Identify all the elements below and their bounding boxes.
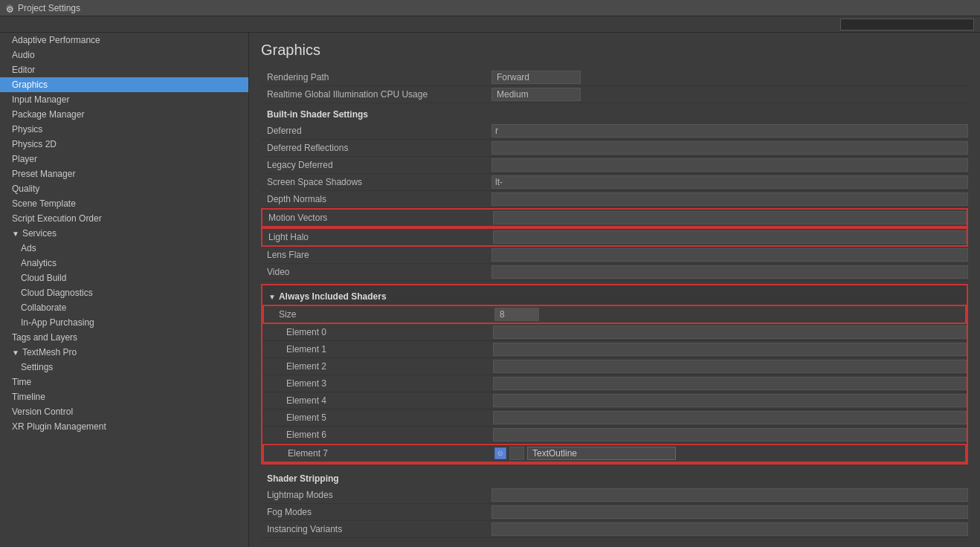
element-7-value: ⊙ TextOutline	[494, 447, 965, 460]
element-5-field[interactable]	[493, 411, 967, 424]
fog-modes-row: Fog Modes	[261, 504, 968, 521]
sidebar-item-input-manager[interactable]: Input Manager	[0, 92, 248, 107]
sidebar-item-xr-plugin-management[interactable]: XR Plugin Management	[0, 419, 248, 434]
light-halo-value[interactable]	[493, 230, 967, 244]
sidebar-item-cloud-build[interactable]: Cloud Build	[0, 271, 248, 285]
element-3-row: Element 3	[262, 375, 967, 392]
top-bar	[0, 16, 980, 33]
shader-stripping-header[interactable]: Shader Stripping	[261, 467, 968, 487]
video-label: Video	[261, 267, 491, 277]
element-2-value	[493, 360, 967, 373]
sidebar-item-services[interactable]: ▼ Services	[0, 226, 248, 241]
element-3-label: Element 3	[262, 378, 493, 389]
element-1-label: Element 1	[262, 344, 493, 355]
always-included-size-label: Size	[264, 309, 494, 320]
title-bar-title: Project Settings	[18, 3, 80, 13]
instancing-variants-label: Instancing Variants	[261, 524, 491, 534]
fog-modes-value[interactable]	[491, 505, 968, 519]
sidebar-item-preset-manager[interactable]: Preset Manager	[0, 166, 248, 181]
always-included-size-value[interactable]: 8	[494, 308, 539, 321]
element-7-label: Element 7	[264, 448, 494, 459]
element-7-text[interactable]: TextOutline	[527, 447, 676, 460]
shader-loading-header[interactable]: Shader Loading	[261, 541, 968, 547]
legacy-deferred-label: Legacy Deferred	[261, 160, 491, 170]
sidebar-item-settings[interactable]: Settings	[0, 360, 248, 375]
sidebar-item-ads[interactable]: Ads	[0, 241, 248, 256]
element-4-label: Element 4	[262, 395, 493, 406]
deferred-reflections-label: Deferred Reflections	[261, 143, 491, 153]
sidebar-item-adaptive[interactable]: Adaptive Performance	[0, 33, 248, 48]
sidebar-item-collaborate[interactable]: Collaborate	[0, 300, 248, 315]
element-2-row: Element 2	[262, 358, 967, 375]
builtin-shaders-header[interactable]: Built-in Shader Settings	[261, 103, 968, 123]
element-2-field[interactable]	[493, 360, 967, 373]
sidebar-item-in-app-purchasing[interactable]: In-App Purchasing	[0, 315, 248, 330]
sidebar-item-cloud-diagnostics[interactable]: Cloud Diagnostics	[0, 285, 248, 300]
always-included-triangle: ▼	[268, 293, 276, 301]
motion-vectors-value[interactable]	[493, 211, 967, 224]
lens-flare-label: Lens Flare	[261, 250, 491, 260]
motion-vectors-label: Motion Vectors	[262, 213, 493, 223]
sidebar-item-scene-template[interactable]: Scene Template	[0, 196, 248, 211]
sidebar-item-time[interactable]: Time	[0, 375, 248, 389]
depth-normals-value[interactable]	[491, 192, 968, 206]
light-halo-row: Light Halo	[261, 227, 968, 247]
element-5-label: Element 5	[262, 412, 493, 423]
element-0-row: Element 0	[262, 324, 967, 341]
sidebar-item-version-control[interactable]: Version Control	[0, 404, 248, 419]
element-7-row: Element 7 ⊙ TextOutline	[262, 444, 967, 463]
sidebar-item-textmesh-pro[interactable]: ▼ TextMesh Pro	[0, 345, 248, 360]
deferred-reflections-value[interactable]	[491, 141, 968, 155]
search-input[interactable]	[840, 19, 974, 30]
element-6-row: Element 6	[262, 427, 967, 444]
legacy-deferred-row: Legacy Deferred	[261, 157, 968, 174]
depth-normals-row: Depth Normals	[261, 191, 968, 208]
realtime-gi-value[interactable]: Medium	[491, 88, 581, 101]
sidebar-item-player[interactable]: Player	[0, 152, 248, 166]
deferred-value[interactable]: r	[491, 124, 968, 137]
element-1-field[interactable]	[493, 343, 967, 356]
lightmap-modes-value[interactable]	[491, 488, 968, 502]
lightmap-modes-label: Lightmap Modes	[261, 490, 491, 500]
element-6-field[interactable]	[493, 428, 967, 441]
lens-flare-value[interactable]	[491, 248, 968, 262]
always-included-size-row: Size 8	[262, 305, 967, 324]
sidebar-item-editor[interactable]: Editor	[0, 62, 248, 77]
screen-space-shadows-value[interactable]: lt-	[491, 175, 968, 189]
sidebar-item-audio[interactable]: Audio	[0, 48, 248, 62]
title-bar: ⚙ Project Settings	[0, 0, 980, 16]
element-4-row: Element 4	[262, 392, 967, 410]
deferred-reflections-row: Deferred Reflections	[261, 140, 968, 157]
sidebar-item-physics[interactable]: Physics	[0, 122, 248, 137]
instancing-variants-row: Instancing Variants	[261, 521, 968, 538]
title-bar-icon: ⚙	[6, 4, 13, 12]
always-included-header[interactable]: ▼ Always Included Shaders	[262, 285, 967, 305]
sidebar-item-tags-and-layers[interactable]: Tags and Layers	[0, 330, 248, 345]
sidebar-item-script-execution-order[interactable]: Script Execution Order	[0, 211, 248, 226]
sidebar-item-timeline[interactable]: Timeline	[0, 389, 248, 404]
element-7-icon[interactable]: ⊙	[494, 447, 506, 459]
sidebar-item-physics-2d[interactable]: Physics 2D	[0, 137, 248, 152]
realtime-gi-row: Realtime Global Illumination CPU Usage M…	[261, 86, 968, 103]
legacy-deferred-value[interactable]	[491, 158, 968, 172]
instancing-variants-value[interactable]	[491, 522, 968, 536]
element-2-label: Element 2	[262, 361, 493, 372]
element-0-label: Element 0	[262, 327, 493, 337]
video-row: Video	[261, 264, 968, 281]
element-7-secondary[interactable]	[509, 447, 524, 460]
sidebar-item-analytics[interactable]: Analytics	[0, 256, 248, 271]
element-4-field[interactable]	[493, 394, 967, 407]
element-5-value	[493, 411, 967, 424]
element-6-label: Element 6	[262, 430, 493, 440]
sidebar: Adaptive Performance Audio Editor Graphi…	[0, 33, 249, 547]
sidebar-item-package-manager[interactable]: Package Manager	[0, 107, 248, 122]
element-0-field[interactable]	[493, 326, 967, 339]
sidebar-item-quality[interactable]: Quality	[0, 181, 248, 196]
rendering-path-value[interactable]: Forward	[491, 71, 581, 84]
video-value[interactable]	[491, 265, 968, 279]
sidebar-item-graphics[interactable]: Graphics	[0, 77, 248, 92]
light-halo-label: Light Halo	[262, 232, 493, 242]
screen-space-shadows-row: Screen Space Shadows lt-	[261, 174, 968, 191]
motion-vectors-row: Motion Vectors	[261, 208, 968, 227]
element-3-field[interactable]	[493, 377, 967, 390]
